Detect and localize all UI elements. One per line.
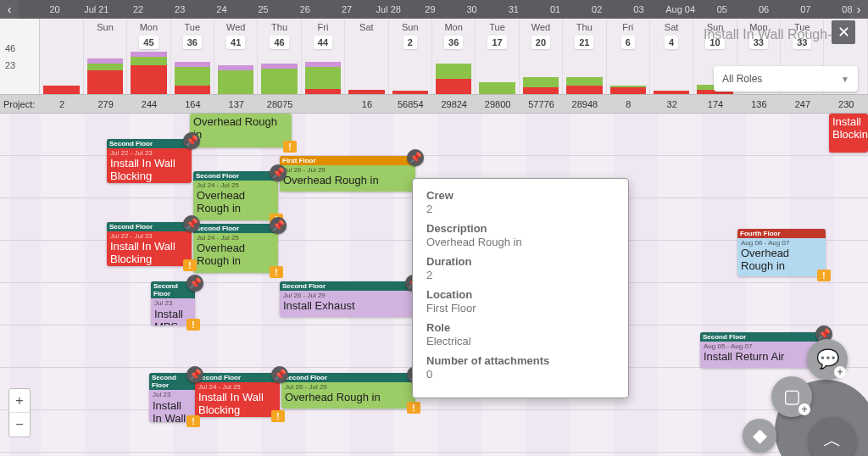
- popup-key: Description: [426, 222, 615, 235]
- warning-icon[interactable]: !: [407, 402, 420, 414]
- task-card[interactable]: Second FloorJul 24 - Jul 25Overhead Roug…: [193, 224, 278, 273]
- zoom-in-button[interactable]: +: [9, 389, 30, 413]
- popup-value: 0: [426, 368, 615, 381]
- roles-filter-dropdown[interactable]: All Roles ▼: [714, 66, 858, 92]
- timeline-date: Aug 04: [659, 4, 701, 14]
- project-totals-row: Project: 2279244164137280751656854298242…: [0, 95, 868, 114]
- pin-icon[interactable]: 📌: [183, 215, 200, 232]
- pin-icon[interactable]: 📌: [183, 132, 200, 149]
- task-floor-label: First Floor: [280, 156, 415, 165]
- overview-day[interactable]: Tue17: [476, 19, 519, 94]
- overview-day[interactable]: Mon36: [432, 19, 476, 94]
- pin-icon[interactable]: 📌: [271, 366, 288, 383]
- task-card[interactable]: Install Blocking: [829, 114, 868, 153]
- task-card[interactable]: Second FloorJul 26 - Jul 29Overhead Roug…: [281, 373, 415, 409]
- project-value: 137: [214, 99, 258, 109]
- popup-key: Crew: [426, 189, 615, 202]
- diamond-icon: ◆: [753, 425, 767, 447]
- zoom-out-button[interactable]: −: [9, 413, 30, 437]
- overview-day-badge: 2: [403, 36, 417, 49]
- add-comment-button[interactable]: 💬+: [807, 339, 848, 380]
- project-value: 29824: [432, 99, 476, 109]
- timeline-next-button[interactable]: ›: [849, 0, 868, 19]
- pin-icon[interactable]: 📌: [270, 217, 287, 234]
- popup-key: Location: [426, 288, 615, 301]
- warning-icon[interactable]: !: [271, 410, 285, 422]
- pin-icon[interactable]: 📌: [186, 366, 203, 383]
- gantt-area[interactable]: Overhead Rough in!Second FloorJul 22 - J…: [0, 114, 868, 456]
- overview-day-name: Tue: [185, 22, 201, 32]
- task-card[interactable]: Overhead Rough in: [190, 114, 292, 147]
- overview-day[interactable]: Sun2: [389, 19, 432, 94]
- timeline-date: Jul 28: [368, 4, 409, 14]
- task-name: Overhead Rough in: [193, 116, 288, 142]
- overview-day-name: Wed: [531, 22, 550, 32]
- overview-day[interactable]: Wed41: [214, 19, 258, 94]
- timeline-date: 20: [34, 4, 75, 14]
- overview-day-badge: 21: [575, 36, 593, 49]
- overview-day[interactable]: Fri44: [302, 19, 345, 94]
- add-task-button[interactable]: ▢+: [771, 376, 812, 417]
- overview-day-name: Mon: [444, 22, 462, 32]
- task-floor-label: Second Floor: [195, 373, 280, 382]
- warning-icon[interactable]: !: [270, 266, 283, 278]
- warning-icon[interactable]: !: [186, 415, 200, 427]
- overview-day-badge: 36: [183, 36, 202, 49]
- warning-icon[interactable]: !: [186, 319, 200, 331]
- close-button[interactable]: ✕: [832, 20, 855, 44]
- task-dates: Aug 05 - Aug 07: [704, 342, 821, 350]
- task-dates: Jul 22 - Jul 23: [110, 232, 188, 240]
- overview-scale: 46 23: [0, 19, 40, 94]
- square-icon: ▢: [783, 386, 801, 408]
- task-dates: Jul 23: [154, 299, 192, 307]
- overview-day[interactable]: Sat: [345, 19, 388, 94]
- task-card[interactable]: Second FloorJul 22 - Jul 23Install In Wa…: [107, 222, 192, 266]
- task-card[interactable]: First FloorJul 26 - Jul 29Overhead Rough…: [280, 156, 415, 192]
- timeline-date-strip: ‹ › 20Jul 21222324252627Jul 282930310102…: [0, 0, 868, 19]
- task-name: Overhead Rough in: [197, 242, 275, 268]
- project-value: 174: [693, 99, 737, 109]
- task-card[interactable]: Fourth FloorAug 06 - Aug 07Overhead Roug…: [737, 229, 826, 276]
- timeline-date: 27: [326, 4, 367, 14]
- overview-day[interactable]: Thu21: [563, 19, 606, 94]
- task-name: Overhead Rough in: [197, 190, 275, 215]
- overview-day[interactable]: Sat4: [650, 19, 693, 94]
- popup-value: Electrical: [426, 335, 615, 348]
- overview-day-badge: 20: [531, 36, 550, 49]
- close-icon: ✕: [837, 23, 850, 42]
- overview-day[interactable]: [40, 19, 83, 94]
- task-name: Install Blocking: [832, 116, 865, 142]
- background-task-label: Install In Wall Rough-In: [704, 27, 843, 42]
- overview-day[interactable]: Wed20: [520, 19, 563, 94]
- timeline-date: 02: [576, 4, 618, 14]
- timeline-prev-button[interactable]: ‹: [0, 0, 19, 19]
- project-value: 244: [127, 99, 170, 109]
- overview-day[interactable]: Fri6: [607, 19, 650, 94]
- popup-value: 2: [426, 203, 615, 215]
- overview-day-badge: 36: [444, 36, 463, 49]
- warning-icon[interactable]: !: [183, 259, 197, 271]
- pin-icon[interactable]: 📌: [407, 149, 424, 166]
- task-floor-label: Second Floor: [700, 332, 824, 342]
- popup-key: Duration: [426, 255, 615, 268]
- task-card[interactable]: Second FloorJul 22 - Jul 23Install In Wa…: [107, 139, 192, 183]
- task-card[interactable]: Second FloorJul 24 - Jul 25Install In Wa…: [195, 373, 280, 417]
- task-dates: Jul 24 - Jul 25: [198, 383, 276, 391]
- overview-day-badge: 41: [226, 36, 245, 49]
- task-dates: Jul 26 - Jul 29: [283, 166, 412, 174]
- chevron-up-icon: ︿: [823, 428, 842, 453]
- overview-day-badge: 17: [487, 36, 506, 49]
- task-name: Overhead Rough in: [283, 175, 412, 187]
- task-card[interactable]: Second FloorAug 05 - Aug 07Install Retur…: [700, 332, 824, 368]
- task-card[interactable]: Second FloorJul 26 - Jul 29Install Exhau…: [280, 281, 414, 317]
- pin-icon[interactable]: 📌: [270, 164, 287, 181]
- overview-day[interactable]: Tue36: [171, 19, 214, 94]
- overview-day[interactable]: Thu46: [258, 19, 301, 94]
- add-milestone-button[interactable]: ◆: [743, 419, 776, 453]
- overview-day[interactable]: Sun: [84, 19, 127, 94]
- task-card[interactable]: Second FloorJul 24 - Jul 25Overhead Roug…: [193, 171, 278, 220]
- pin-icon[interactable]: 📌: [186, 275, 203, 292]
- warning-icon[interactable]: !: [283, 141, 297, 153]
- overview-day[interactable]: Mon45: [127, 19, 170, 94]
- warning-icon[interactable]: !: [817, 270, 831, 281]
